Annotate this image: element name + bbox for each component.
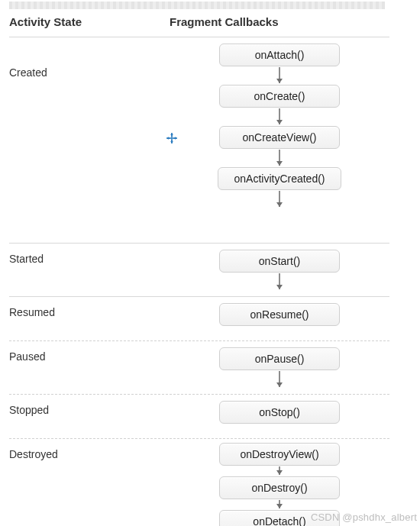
- arrow-down-icon: [270, 499, 289, 510]
- callback-column: onStop(): [170, 395, 389, 424]
- callback-box-ondestroy: onDestroy(): [219, 476, 340, 499]
- state-label-stopped: Stopped: [9, 404, 170, 416]
- callback-column: onStart(): [170, 244, 389, 291]
- svg-marker-9: [276, 285, 283, 289]
- svg-marker-7: [276, 202, 283, 207]
- arrow-down-icon: [270, 149, 289, 167]
- section-paused: PausedonPause(): [9, 340, 389, 389]
- callback-box-oncreateview: onCreateView(): [219, 126, 340, 149]
- watermark: CSDN @pshdhx_albert: [311, 511, 417, 523]
- state-column: Started: [9, 244, 170, 291]
- arrow-down-icon: [270, 66, 289, 85]
- arrow-down-icon: [270, 370, 289, 389]
- callback-box-onstart: onStart(): [219, 250, 340, 273]
- callback-box-onpause: onPause(): [219, 347, 340, 370]
- callback-box-onattach: onAttach(): [219, 44, 340, 66]
- state-column: Created: [9, 37, 170, 208]
- callback-box-oncreate: onCreate(): [219, 85, 340, 108]
- state-column: Destroyed: [9, 439, 170, 526]
- header-fragment-callbacks: Fragment Callbacks: [170, 15, 389, 28]
- state-label-destroyed: Destroyed: [9, 448, 170, 460]
- callback-column: onPause(): [170, 341, 389, 389]
- callback-box-onresume: onResume(): [219, 303, 340, 326]
- state-column: Paused: [9, 341, 170, 389]
- callback-column: onResume(): [170, 297, 389, 326]
- state-label-resumed: Resumed: [9, 306, 170, 318]
- state-column: Resumed: [9, 297, 170, 326]
- svg-marker-1: [276, 79, 283, 83]
- callback-box-ondestroyview: onDestroyView(): [219, 443, 340, 466]
- section-stopped: StoppedonStop(): [9, 394, 389, 424]
- header-activity-state: Activity State: [9, 15, 170, 28]
- section-resumed: ResumedonResume(): [9, 296, 389, 326]
- svg-marker-5: [276, 161, 283, 166]
- state-label-paused: Paused: [9, 350, 170, 363]
- svg-marker-3: [276, 120, 283, 124]
- state-label-created: Created: [9, 66, 170, 79]
- state-label-started: Started: [9, 253, 170, 265]
- arrow-down-icon: [270, 190, 289, 208]
- svg-marker-15: [276, 504, 283, 508]
- callback-column: onAttach()onCreate()onCreateView()onActi…: [170, 37, 389, 208]
- callback-box-onstop: onStop(): [219, 401, 340, 424]
- svg-marker-11: [276, 382, 283, 387]
- arrow-down-icon: [270, 273, 289, 291]
- title-bar-decoration: [9, 2, 385, 9]
- header-row: Activity State Fragment Callbacks: [9, 15, 389, 28]
- state-column: Stopped: [9, 395, 170, 424]
- svg-marker-13: [276, 470, 283, 475]
- arrow-down-icon: [270, 466, 289, 476]
- arrow-down-icon: [270, 108, 289, 126]
- section-created: CreatedonAttach()onCreate()onCreateView(…: [9, 37, 389, 208]
- section-started: StartedonStart(): [9, 243, 389, 291]
- callback-box-onactivitycreated: onActivityCreated(): [218, 167, 341, 190]
